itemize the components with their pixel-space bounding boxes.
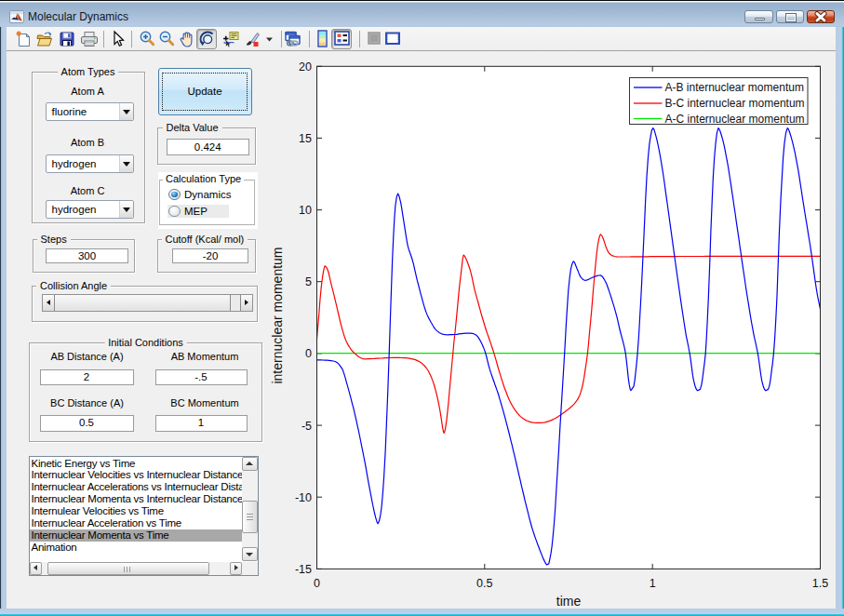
svg-text:10: 10	[299, 204, 312, 217]
svg-text:0: 0	[314, 577, 320, 590]
svg-text:A-B internuclear momentum: A-B internuclear momentum	[665, 81, 804, 94]
svg-text:15: 15	[299, 132, 312, 145]
svg-text:0: 0	[305, 347, 312, 360]
svg-text:internuclear momentum: internuclear momentum	[270, 247, 285, 383]
svg-text:-5: -5	[301, 420, 312, 433]
svg-text:5: 5	[305, 275, 312, 288]
svg-text:-10: -10	[295, 491, 312, 504]
svg-text:A-C internuclear momentum: A-C internuclear momentum	[665, 113, 805, 126]
svg-text:20: 20	[299, 60, 312, 74]
svg-text:0.5: 0.5	[476, 577, 492, 590]
svg-text:1: 1	[650, 577, 656, 590]
svg-text:B-C internuclear momentum: B-C internuclear momentum	[665, 97, 805, 110]
svg-text:1.5: 1.5	[812, 577, 828, 590]
svg-text:time: time	[556, 594, 582, 609]
svg-text:-15: -15	[295, 563, 312, 576]
